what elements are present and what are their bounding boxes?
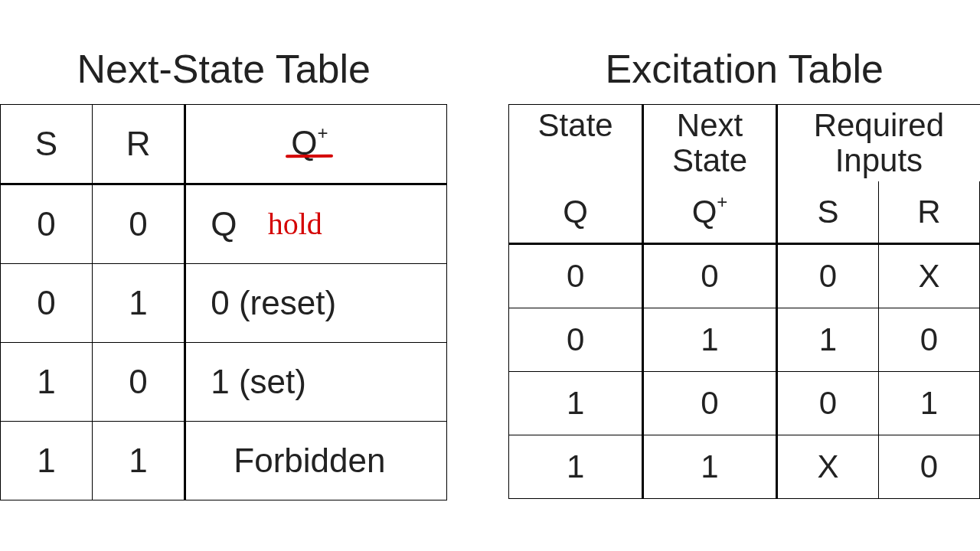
cell-r: 0 xyxy=(92,343,185,422)
table-row: 0 1 1 0 xyxy=(509,308,980,372)
header-s: S xyxy=(1,105,93,184)
qplus-plus: + xyxy=(717,191,727,212)
req-line1: Required xyxy=(814,107,944,143)
header-qplus: Q+ xyxy=(642,181,776,244)
cell-r: X xyxy=(878,244,979,308)
q-value: Q xyxy=(211,205,237,243)
cell-q: 1 (set) xyxy=(185,343,447,422)
table-row: 0 1 0 (reset) xyxy=(1,264,447,343)
cell-s: 0 xyxy=(777,244,879,308)
cell-r: 1 xyxy=(92,422,185,500)
header-state: State xyxy=(509,105,642,182)
cell-qplus: 0 xyxy=(642,244,776,308)
cell-r: 0 xyxy=(92,184,185,264)
slide-content: Next-State Table S R Q+ 0 0 Q hold xyxy=(0,46,980,500)
table-row: 0 0 0 X xyxy=(509,244,980,308)
cell-q: 1 xyxy=(509,372,642,435)
excitation-panel: Excitation Table State Next State Requir… xyxy=(508,46,980,499)
next-state-title: Next-State Table xyxy=(77,46,370,92)
cell-q: 0 (reset) xyxy=(185,264,447,343)
table-header-row1: State Next State Required Inputs xyxy=(509,105,980,182)
next-state-table: S R Q+ 0 0 Q hold 0 1 xyxy=(0,104,447,500)
cell-q: Q hold xyxy=(185,184,447,264)
cell-r: 1 xyxy=(878,372,979,435)
table-row: 1 0 1 (set) xyxy=(1,343,447,422)
qplus-plus: + xyxy=(317,122,328,143)
cell-s: 1 xyxy=(777,308,879,372)
header-r: R xyxy=(92,105,185,184)
cell-q: 0 xyxy=(509,308,642,372)
cell-q: 1 xyxy=(509,435,642,499)
cell-s: 1 xyxy=(1,343,93,422)
excitation-title: Excitation Table xyxy=(606,46,884,92)
table-row: 1 0 0 1 xyxy=(509,372,980,435)
cell-qplus: 0 xyxy=(642,372,776,435)
next-state-panel: Next-State Table S R Q+ 0 0 Q hold xyxy=(0,46,447,500)
annotation-hold: hold xyxy=(268,208,322,240)
qplus-q: Q xyxy=(692,194,717,230)
cell-q: 0 xyxy=(509,244,642,308)
cell-qplus: 1 xyxy=(642,435,776,499)
header-r: R xyxy=(878,181,979,244)
next-line2: State xyxy=(672,142,747,178)
cell-r: 0 xyxy=(878,308,979,372)
cell-s: X xyxy=(777,435,879,499)
cell-qplus: 1 xyxy=(642,308,776,372)
cell-s: 0 xyxy=(1,264,93,343)
header-s: S xyxy=(777,181,879,244)
header-q: Q xyxy=(509,181,642,244)
cell-q: Forbidden xyxy=(185,422,447,500)
header-next-state: Next State xyxy=(642,105,776,182)
header-qplus: Q+ xyxy=(185,105,447,184)
table-header-row2: Q Q+ S R xyxy=(509,181,980,244)
table-header: S R Q+ xyxy=(1,105,447,184)
cell-s: 0 xyxy=(1,184,93,264)
excitation-table: State Next State Required Inputs Q Q+ S … xyxy=(508,104,980,499)
cell-s: 0 xyxy=(777,372,879,435)
table-row: 1 1 X 0 xyxy=(509,435,980,499)
table-row: 0 0 Q hold xyxy=(1,184,447,264)
req-line2: Inputs xyxy=(835,142,923,178)
cell-r: 1 xyxy=(92,264,185,343)
header-required-inputs: Required Inputs xyxy=(777,105,980,182)
next-line1: Next xyxy=(677,107,743,143)
table-row: 1 1 Forbidden xyxy=(1,422,447,500)
annotation-underline xyxy=(286,155,333,158)
cell-s: 1 xyxy=(1,422,93,500)
cell-r: 0 xyxy=(878,435,979,499)
